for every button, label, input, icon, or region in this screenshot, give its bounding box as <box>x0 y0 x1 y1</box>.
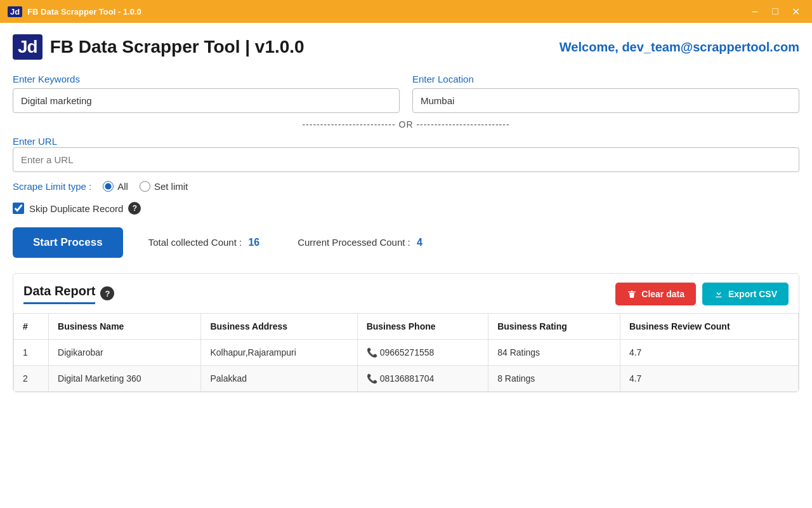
radio-set-limit-option[interactable]: Set limit <box>140 181 188 192</box>
data-report-help-icon[interactable]: ? <box>100 286 114 300</box>
col-num: # <box>14 314 49 340</box>
title-bar-title: FB Data Scrapper Tool - 1.0.0 <box>27 7 141 17</box>
or-divider: -------------------------- OR ----------… <box>13 119 799 130</box>
scrape-limit-label: Scrape Limit type : <box>13 181 91 192</box>
total-count-value: 16 <box>248 237 259 248</box>
title-bar-left: Jd FB Data Scrapper Tool - 1.0.0 <box>8 6 141 17</box>
welcome-text: Welcome, dev_team@scrappertool.com <box>560 40 799 55</box>
cell-business-name: Digikarobar <box>49 340 201 366</box>
cell-business-rating: 8 Ratings <box>488 366 620 392</box>
app-logo-title: Jd FB Data Scrapper Tool | v1.0.0 <box>13 34 304 60</box>
col-business-phone: Business Phone <box>357 314 488 340</box>
cell-business-review-count: 4.7 <box>620 340 798 366</box>
export-csv-label: Export CSV <box>728 289 777 299</box>
table-header-row: # Business Name Business Address Busines… <box>14 314 799 340</box>
skip-duplicate-row: Skip Duplicate Record ? <box>13 202 799 215</box>
action-row: Start Process Total collected Count : 16… <box>13 227 799 258</box>
cell-num: 2 <box>14 366 49 392</box>
app-header: Jd FB Data Scrapper Tool | v1.0.0 Welcom… <box>13 34 799 60</box>
export-csv-button[interactable]: Export CSV <box>702 283 789 305</box>
data-report-title-wrap: Data Report ? <box>23 284 114 304</box>
cell-business-address: Palakkad <box>201 366 357 392</box>
col-business-name: Business Name <box>49 314 201 340</box>
title-bar-controls: – □ ✕ <box>746 3 804 20</box>
cell-business-review-count: 4.7 <box>620 366 798 392</box>
cell-num: 1 <box>14 340 49 366</box>
radio-all-option[interactable]: All <box>103 181 128 192</box>
table-body: 1 Digikarobar Kolhapur,Rajarampuri 📞0966… <box>14 340 799 392</box>
title-bar: Jd FB Data Scrapper Tool - 1.0.0 – □ ✕ <box>0 0 812 23</box>
total-count-block: Total collected Count : 16 <box>148 237 260 248</box>
data-report-header: Data Report ? Clear data Export CSV <box>13 274 799 305</box>
clear-data-label: Clear data <box>641 289 684 299</box>
url-input[interactable] <box>13 147 799 172</box>
cell-business-phone: 📞09665271558 <box>357 340 488 366</box>
current-count-label: Current Processed Count : <box>298 237 410 248</box>
url-label: Enter URL <box>13 136 57 147</box>
keywords-location-row: Enter Keywords Enter Location <box>13 74 799 113</box>
app-logo: Jd <box>13 34 43 60</box>
url-group: Enter URL <box>13 136 799 172</box>
start-process-button[interactable]: Start Process <box>13 227 123 258</box>
cell-business-rating: 84 Ratings <box>488 340 620 366</box>
maximize-button[interactable]: □ <box>766 3 784 20</box>
cell-business-phone: 📞08136881704 <box>357 366 488 392</box>
trash-icon <box>627 289 637 299</box>
close-button[interactable]: ✕ <box>787 3 804 20</box>
location-label: Enter Location <box>412 74 799 84</box>
radio-all-input[interactable] <box>103 181 114 192</box>
location-group: Enter Location <box>412 74 799 113</box>
radio-set-limit-label: Set limit <box>154 181 188 192</box>
form-section: Enter Keywords Enter Location ----------… <box>13 74 799 215</box>
clear-data-button[interactable]: Clear data <box>615 283 696 305</box>
report-action-btns: Clear data Export CSV <box>615 283 789 305</box>
phone-icon: 📞 <box>367 373 377 384</box>
scrape-limit-row: Scrape Limit type : All Set limit <box>13 181 799 192</box>
count-info: Total collected Count : 16 Current Proce… <box>148 237 422 248</box>
skip-duplicate-checkbox[interactable] <box>13 203 24 214</box>
cell-business-address: Kolhapur,Rajarampuri <box>201 340 357 366</box>
keywords-label: Enter Keywords <box>13 74 400 84</box>
skip-duplicate-help-icon[interactable]: ? <box>128 202 141 215</box>
skip-duplicate-label: Skip Duplicate Record <box>29 203 123 214</box>
app-title: FB Data Scrapper Tool | v1.0.0 <box>50 37 304 57</box>
main-content: Jd FB Data Scrapper Tool | v1.0.0 Welcom… <box>0 23 812 392</box>
minimize-button[interactable]: – <box>746 3 764 20</box>
location-input[interactable] <box>412 88 799 113</box>
total-count-label: Total collected Count : <box>148 237 242 248</box>
current-count-block: Current Processed Count : 4 <box>298 237 422 248</box>
col-business-rating: Business Rating <box>488 314 620 340</box>
download-icon <box>714 289 724 299</box>
data-table: # Business Name Business Address Busines… <box>13 313 799 392</box>
radio-set-limit-input[interactable] <box>140 181 150 192</box>
data-report-title: Data Report <box>23 284 95 304</box>
col-business-review-count: Business Review Count <box>620 314 798 340</box>
title-bar-jd-logo: Jd <box>8 6 22 17</box>
radio-all-label: All <box>117 181 128 192</box>
data-report-section: Data Report ? Clear data Export CSV # Bu… <box>13 273 799 392</box>
col-business-address: Business Address <box>201 314 357 340</box>
current-count-value: 4 <box>417 237 422 248</box>
keywords-group: Enter Keywords <box>13 74 400 113</box>
phone-icon: 📞 <box>367 347 377 358</box>
keywords-input[interactable] <box>13 88 400 113</box>
table-row: 1 Digikarobar Kolhapur,Rajarampuri 📞0966… <box>14 340 799 366</box>
cell-business-name: Digital Marketing 360 <box>49 366 201 392</box>
table-header: # Business Name Business Address Busines… <box>14 314 799 340</box>
table-row: 2 Digital Marketing 360 Palakkad 📞081368… <box>14 366 799 392</box>
